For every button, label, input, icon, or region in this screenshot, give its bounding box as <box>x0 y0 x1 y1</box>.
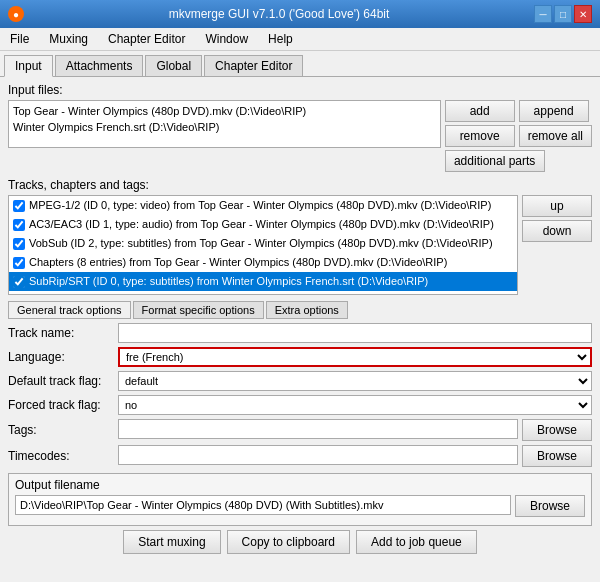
input-files-buttons: add append remove remove all additional … <box>445 100 592 172</box>
app-icon: ● <box>8 6 24 22</box>
default-track-row: Default track flag: default <box>8 371 592 391</box>
close-button[interactable]: ✕ <box>574 5 592 23</box>
track-label-1: AC3/EAC3 (ID 1, type: audio) from Top Ge… <box>29 216 494 233</box>
list-item: Winter Olympics French.srt (D:\Video\RIP… <box>13 119 436 135</box>
tracks-label: Tracks, chapters and tags: <box>8 178 592 192</box>
tab-chapter-editor[interactable]: Chapter Editor <box>204 55 303 76</box>
forced-track-row: Forced track flag: no <box>8 395 592 415</box>
action-buttons: Start muxing Copy to clipboard Add to jo… <box>8 530 592 554</box>
window-title: mkvmerge GUI v7.1.0 ('Good Love') 64bit <box>24 7 534 21</box>
remove-all-button[interactable]: remove all <box>519 125 592 147</box>
tags-row: Tags: Browse <box>8 419 592 441</box>
output-filename-input[interactable] <box>15 495 511 515</box>
up-button[interactable]: up <box>522 195 592 217</box>
minimize-button[interactable]: ─ <box>534 5 552 23</box>
additional-parts-button[interactable]: additional parts <box>445 150 545 172</box>
copy-clipboard-button[interactable]: Copy to clipboard <box>227 530 350 554</box>
tab-global[interactable]: Global <box>145 55 202 76</box>
down-button[interactable]: down <box>522 220 592 242</box>
track-item-0[interactable]: MPEG-1/2 (ID 0, type: video) from Top Ge… <box>9 196 517 215</box>
tags-input[interactable] <box>118 419 518 439</box>
language-row: Language: fre (French) <box>8 347 592 367</box>
track-checkbox-4[interactable] <box>13 276 25 288</box>
track-item-3[interactable]: Chapters (8 entries) from Top Gear - Win… <box>9 253 517 272</box>
input-files-section: Top Gear - Winter Olympics (480p DVD).mk… <box>8 100 592 172</box>
track-item-2[interactable]: VobSub (ID 2, type: subtitles) from Top … <box>9 234 517 253</box>
tracks-section: Tracks, chapters and tags: MPEG-1/2 (ID … <box>8 178 592 295</box>
forced-track-label: Forced track flag: <box>8 398 118 412</box>
tags-label: Tags: <box>8 423 118 437</box>
timecodes-row: Timecodes: Browse <box>8 445 592 467</box>
tracks-area: MPEG-1/2 (ID 0, type: video) from Top Ge… <box>8 195 592 295</box>
maximize-button[interactable]: □ <box>554 5 572 23</box>
main-content: Input files: Top Gear - Winter Olympics … <box>0 77 600 579</box>
track-checkbox-1[interactable] <box>13 219 25 231</box>
track-label-2: VobSub (ID 2, type: subtitles) from Top … <box>29 235 493 252</box>
menu-window[interactable]: Window <box>199 30 254 48</box>
up-down-buttons: up down <box>522 195 592 295</box>
default-track-select[interactable]: default <box>118 371 592 391</box>
input-files-list[interactable]: Top Gear - Winter Olympics (480p DVD).mk… <box>8 100 441 148</box>
add-button[interactable]: add <box>445 100 515 122</box>
output-label: Output filename <box>15 478 585 492</box>
add-job-queue-button[interactable]: Add to job queue <box>356 530 477 554</box>
tab-input[interactable]: Input <box>4 55 53 77</box>
track-options-tabs: General track options Format specific op… <box>8 301 592 319</box>
track-checkbox-3[interactable] <box>13 257 25 269</box>
track-label-4: SubRip/SRT (ID 0, type: subtitles) from … <box>29 273 428 290</box>
track-item-4[interactable]: SubRip/SRT (ID 0, type: subtitles) from … <box>9 272 517 291</box>
timecodes-label: Timecodes: <box>8 449 118 463</box>
title-bar: ● mkvmerge GUI v7.1.0 ('Good Love') 64bi… <box>0 0 600 28</box>
output-browse-button[interactable]: Browse <box>515 495 585 517</box>
track-label-0: MPEG-1/2 (ID 0, type: video) from Top Ge… <box>29 197 491 214</box>
tab-attachments[interactable]: Attachments <box>55 55 144 76</box>
menu-file[interactable]: File <box>4 30 35 48</box>
track-checkbox-2[interactable] <box>13 238 25 250</box>
track-name-row: Track name: <box>8 323 592 343</box>
input-files-label: Input files: <box>8 83 592 97</box>
menu-help[interactable]: Help <box>262 30 299 48</box>
start-muxing-button[interactable]: Start muxing <box>123 530 220 554</box>
menu-bar: File Muxing Chapter Editor Window Help <box>0 28 600 51</box>
tracks-list[interactable]: MPEG-1/2 (ID 0, type: video) from Top Ge… <box>8 195 518 295</box>
track-item-1[interactable]: AC3/EAC3 (ID 1, type: audio) from Top Ge… <box>9 215 517 234</box>
remove-button[interactable]: remove <box>445 125 515 147</box>
opt-tab-general[interactable]: General track options <box>8 301 131 319</box>
track-name-label: Track name: <box>8 326 118 340</box>
track-name-input[interactable] <box>118 323 592 343</box>
list-item: Top Gear - Winter Olympics (480p DVD).mk… <box>13 103 436 119</box>
menu-chapter-editor[interactable]: Chapter Editor <box>102 30 191 48</box>
menu-muxing[interactable]: Muxing <box>43 30 94 48</box>
append-button[interactable]: append <box>519 100 589 122</box>
tags-browse-button[interactable]: Browse <box>522 419 592 441</box>
output-section: Output filename Browse <box>8 473 592 526</box>
timecodes-input[interactable] <box>118 445 518 465</box>
default-track-label: Default track flag: <box>8 374 118 388</box>
window-controls: ─ □ ✕ <box>534 5 592 23</box>
output-row: Browse <box>15 495 585 517</box>
timecodes-browse-button[interactable]: Browse <box>522 445 592 467</box>
opt-tab-extra[interactable]: Extra options <box>266 301 348 319</box>
language-select[interactable]: fre (French) <box>118 347 592 367</box>
forced-track-select[interactable]: no <box>118 395 592 415</box>
opt-tab-format[interactable]: Format specific options <box>133 301 264 319</box>
main-tabs: Input Attachments Global Chapter Editor <box>0 51 600 77</box>
language-label: Language: <box>8 350 118 364</box>
track-label-3: Chapters (8 entries) from Top Gear - Win… <box>29 254 447 271</box>
track-checkbox-0[interactable] <box>13 200 25 212</box>
